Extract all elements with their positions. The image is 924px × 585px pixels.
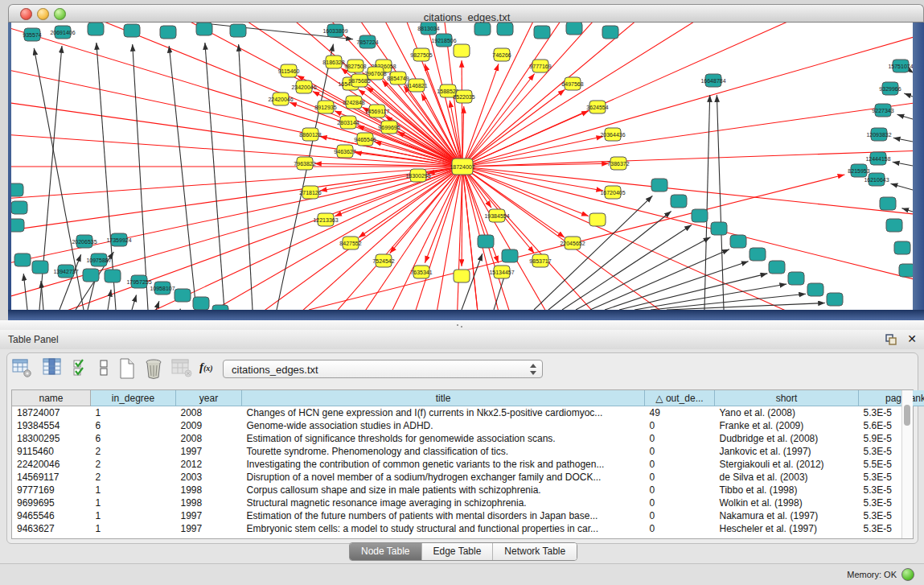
- table-selector-dropdown[interactable]: citations_edges.txt: [223, 360, 543, 378]
- table-cell[interactable]: Franke et al. (2009): [715, 419, 859, 432]
- graph-edge[interactable]: [462, 167, 913, 310]
- graph-node[interactable]: [196, 23, 212, 35]
- graph-node[interactable]: [105, 270, 121, 282]
- graph-node[interactable]: [894, 241, 910, 254]
- table-cell[interactable]: 19384554: [12, 419, 91, 432]
- table-cell[interactable]: 0: [645, 458, 715, 471]
- graph-node[interactable]: [193, 297, 209, 310]
- table-cell[interactable]: 9115460: [12, 445, 91, 458]
- table-cell[interactable]: Corpus callosum shape and size in male p…: [242, 484, 645, 496]
- graph-node[interactable]: [124, 24, 140, 37]
- column-header-year[interactable]: year: [176, 390, 242, 406]
- graph-edge[interactable]: [11, 23, 462, 167]
- graph-edge[interactable]: [462, 23, 913, 167]
- table-cell[interactable]: 5.9E-5: [859, 432, 924, 445]
- column-header-out_de[interactable]: △ out_de...: [645, 390, 715, 406]
- graph-node[interactable]: [497, 23, 513, 35]
- graph-edge[interactable]: [893, 162, 913, 166]
- table-cell[interactable]: 1: [91, 484, 176, 496]
- graph-node[interactable]: [160, 26, 176, 39]
- table-cell[interactable]: 2012: [176, 458, 242, 471]
- graph-edge[interactable]: [462, 23, 913, 167]
- table-cell[interactable]: Genome-wide association studies in ADHD.: [242, 419, 645, 432]
- table-cell[interactable]: Changes of HCN gene expression and I(f) …: [242, 406, 645, 420]
- graph-edge[interactable]: [108, 290, 111, 310]
- table-cell[interactable]: Dudbridge et al. (2008): [715, 432, 859, 445]
- graph-edge[interactable]: [462, 167, 913, 310]
- graph-node[interactable]: [566, 23, 582, 35]
- table-cell[interactable]: 2008: [176, 406, 242, 420]
- graph-edge[interactable]: [462, 167, 913, 310]
- graph-node[interactable]: [534, 26, 550, 39]
- window-titlebar[interactable]: citations_edges.txt: [8, 4, 924, 23]
- table-cell[interactable]: Wolkin et al. (1998): [715, 496, 859, 509]
- table-cell[interactable]: 1997: [176, 509, 242, 522]
- table-cell[interactable]: Disruption of a novel member of a sodium…: [242, 471, 645, 484]
- table-cell[interactable]: 5.3E-5: [859, 445, 924, 458]
- graph-edge[interactable]: [169, 46, 196, 310]
- table-cell[interactable]: 0: [645, 471, 715, 484]
- table-cell[interactable]: 5.6E-5: [859, 419, 924, 432]
- table-cell[interactable]: 1998: [176, 484, 242, 496]
- graph-node[interactable]: [730, 235, 746, 248]
- table-row[interactable]: 1830029562008Estimation of significance …: [12, 432, 924, 445]
- graph-node[interactable]: [711, 222, 727, 235]
- table-cell[interactable]: 5.3E-5: [859, 484, 924, 496]
- graph-node[interactable]: [454, 270, 470, 282]
- table-cell[interactable]: Structural magnetic resonance image aver…: [242, 496, 645, 509]
- graph-edge[interactable]: [576, 237, 710, 310]
- table-cell[interactable]: Investigating the contribution of common…: [242, 458, 645, 471]
- graph-node[interactable]: [589, 213, 606, 226]
- table-cell[interactable]: 2: [91, 458, 176, 471]
- table-cell[interactable]: 0: [645, 509, 715, 522]
- graph-edge[interactable]: [619, 274, 767, 310]
- graph-edge[interactable]: [893, 138, 913, 142]
- graph-node[interactable]: [212, 305, 228, 310]
- graph-edge[interactable]: [904, 93, 913, 97]
- function-builder-icon[interactable]: f(x): [199, 357, 220, 380]
- table-cell[interactable]: 6: [91, 432, 176, 445]
- table-cell[interactable]: 0: [645, 432, 715, 445]
- table-cell[interactable]: 5.3E-5: [859, 522, 924, 535]
- graph-edge[interactable]: [11, 23, 462, 167]
- graph-node[interactable]: [807, 283, 823, 296]
- graph-node[interactable]: [88, 23, 104, 35]
- graph-node[interactable]: [749, 248, 766, 261]
- graph-node[interactable]: [474, 23, 491, 35]
- table-cell[interactable]: 2008: [176, 432, 242, 445]
- column-header-name[interactable]: name: [12, 390, 91, 406]
- table-cell[interactable]: 0: [645, 522, 715, 535]
- graph-edge[interactable]: [590, 249, 729, 310]
- table-cell[interactable]: 22420046: [12, 458, 91, 471]
- graph-edge[interactable]: [59, 23, 462, 167]
- graph-node[interactable]: [478, 235, 494, 248]
- graph-edge[interactable]: [462, 23, 913, 167]
- float-panel-icon[interactable]: [885, 333, 897, 346]
- graph-node[interactable]: [671, 195, 687, 208]
- graph-edge[interactable]: [901, 208, 913, 212]
- table-cell[interactable]: Hescheler et al. (1997): [715, 522, 859, 535]
- graph-edge[interactable]: [462, 23, 913, 167]
- table-cell[interactable]: 2: [91, 471, 176, 484]
- table-cell[interactable]: 1997: [176, 522, 242, 535]
- select-all-icon[interactable]: [72, 357, 90, 380]
- graph-edge[interactable]: [462, 23, 913, 167]
- graph-node[interactable]: [83, 269, 99, 282]
- new-column-icon[interactable]: [117, 357, 137, 380]
- table-cell[interactable]: 1: [91, 509, 176, 522]
- table-mode-icon[interactable]: [11, 357, 34, 380]
- table-cell[interactable]: 5.3E-5: [859, 471, 924, 484]
- graph-edge[interactable]: [60, 254, 81, 310]
- graph-edge[interactable]: [11, 23, 462, 167]
- table-row[interactable]: 977716911998Corpus callosum shape and si…: [12, 484, 924, 496]
- graph-node[interactable]: [502, 249, 518, 262]
- graph-edge[interactable]: [11, 23, 462, 167]
- table-cell[interactable]: 1: [91, 496, 176, 509]
- graph-edge[interactable]: [11, 23, 462, 167]
- table-cell[interactable]: 1998: [176, 496, 242, 509]
- graph-node[interactable]: [899, 264, 913, 277]
- table-cell[interactable]: 2: [91, 445, 176, 458]
- graph-edge[interactable]: [11, 23, 462, 167]
- graph-edge[interactable]: [462, 167, 589, 216]
- table-cell[interactable]: 5.3E-5: [859, 496, 924, 509]
